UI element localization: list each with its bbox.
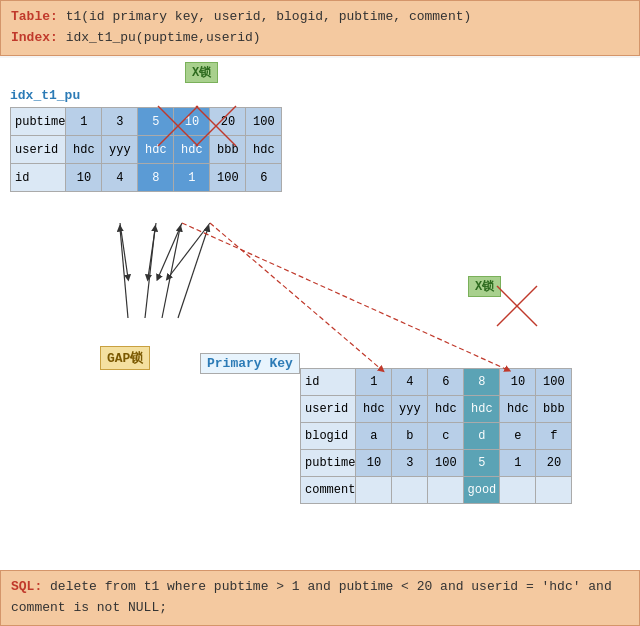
x-lock-primary: X锁 [468, 276, 501, 297]
pk-comment-3 [428, 477, 464, 504]
index-def: idx_t1_pu(puptime,userid) [66, 30, 261, 45]
sql-content: delete from t1 where pubtime > 1 and pub… [11, 579, 612, 615]
primary-table: id 1 4 6 8 10 100 userid hdc yyy hdc hdc… [300, 368, 572, 504]
id-3: 8 [138, 164, 174, 192]
id-5: 100 [210, 164, 246, 192]
pk-pubtime-4: 5 [464, 450, 500, 477]
pk-id-header: id [301, 369, 356, 396]
svg-line-8 [120, 228, 128, 318]
table-def: t1(id primary key, userid, blogid, pubti… [66, 9, 472, 24]
pk-comment-4: good [464, 477, 500, 504]
pk-blogid-1: a [356, 423, 392, 450]
bottom-sql-box: SQL: delete from t1 where pubtime > 1 an… [0, 570, 640, 626]
svg-line-5 [148, 223, 156, 278]
pk-userid-1: hdc [356, 396, 392, 423]
pk-userid-header: userid [301, 396, 356, 423]
diagram-area: X锁 idx_t1_pu pubtime 1 3 5 10 20 100 use… [0, 58, 640, 574]
userid-header: userid [11, 136, 66, 164]
top-info-box: Table: t1(id primary key, userid, blogid… [0, 0, 640, 56]
userid-6: hdc [246, 136, 282, 164]
svg-line-4 [120, 223, 128, 278]
pk-id-3: 6 [428, 369, 464, 396]
id-6: 6 [246, 164, 282, 192]
svg-line-13 [210, 223, 382, 370]
x-lock-index: X锁 [185, 62, 218, 83]
id-header: id [11, 164, 66, 192]
pk-userid-5: hdc [500, 396, 536, 423]
pk-row-blogid: blogid a b c d e f [301, 423, 572, 450]
id-1: 10 [66, 164, 102, 192]
pk-blogid-header: blogid [301, 423, 356, 450]
pk-userid-3: hdc [428, 396, 464, 423]
svg-line-12 [182, 223, 508, 370]
index-row-pubtime: pubtime 1 3 5 10 20 100 [11, 108, 282, 136]
pk-pubtime-header: pubtime [301, 450, 356, 477]
pk-row-id: id 1 4 6 8 10 100 [301, 369, 572, 396]
pk-blogid-2: b [392, 423, 428, 450]
pk-comment-6 [536, 477, 572, 504]
pk-id-2: 4 [392, 369, 428, 396]
index-row-userid: userid hdc yyy hdc hdc bbb hdc [11, 136, 282, 164]
index-row-id: id 10 4 8 1 100 6 [11, 164, 282, 192]
pk-comment-5 [500, 477, 536, 504]
pk-blogid-4: d [464, 423, 500, 450]
userid-3: hdc [138, 136, 174, 164]
pubtime-4: 10 [174, 108, 210, 136]
userid-5: bbb [210, 136, 246, 164]
index-grid: pubtime 1 3 5 10 20 100 userid hdc yyy h… [10, 107, 282, 192]
pk-pubtime-5: 1 [500, 450, 536, 477]
svg-line-10 [162, 228, 180, 318]
pk-row-comment: comment good [301, 477, 572, 504]
pubtime-3: 5 [138, 108, 174, 136]
pk-blogid-6: f [536, 423, 572, 450]
svg-line-9 [145, 228, 155, 318]
pk-pubtime-2: 3 [392, 450, 428, 477]
pk-comment-1 [356, 477, 392, 504]
table-label: Table: [11, 9, 58, 24]
pk-id-5: 10 [500, 369, 536, 396]
svg-line-7 [168, 223, 210, 278]
pubtime-6: 100 [246, 108, 282, 136]
index-label: Index: [11, 30, 58, 45]
pk-id-6: 100 [536, 369, 572, 396]
pk-id-4: 8 [464, 369, 500, 396]
primary-grid: id 1 4 6 8 10 100 userid hdc yyy hdc hdc… [300, 368, 572, 504]
userid-2: yyy [102, 136, 138, 164]
pk-blogid-3: c [428, 423, 464, 450]
pubtime-5: 20 [210, 108, 246, 136]
pk-id-1: 1 [356, 369, 392, 396]
id-4: 1 [174, 164, 210, 192]
id-2: 4 [102, 164, 138, 192]
pk-pubtime-1: 10 [356, 450, 392, 477]
gap-lock-label: GAP锁 [100, 346, 150, 370]
pk-userid-2: yyy [392, 396, 428, 423]
pk-row-pubtime: pubtime 10 3 100 5 1 20 [301, 450, 572, 477]
userid-4: hdc [174, 136, 210, 164]
pubtime-header: pubtime [11, 108, 66, 136]
svg-line-14 [497, 286, 537, 326]
svg-line-6 [158, 223, 182, 278]
svg-line-15 [497, 286, 537, 326]
pk-userid-6: bbb [536, 396, 572, 423]
sql-label: SQL: [11, 579, 42, 594]
userid-1: hdc [66, 136, 102, 164]
svg-line-11 [178, 228, 208, 318]
pk-pubtime-3: 100 [428, 450, 464, 477]
pubtime-1: 1 [66, 108, 102, 136]
index-table-label: idx_t1_pu [10, 88, 282, 103]
pk-comment-header: comment [301, 477, 356, 504]
primary-key-label: Primary Key [200, 353, 300, 374]
pubtime-2: 3 [102, 108, 138, 136]
pk-blogid-5: e [500, 423, 536, 450]
pk-userid-4: hdc [464, 396, 500, 423]
pk-pubtime-6: 20 [536, 450, 572, 477]
pk-comment-2 [392, 477, 428, 504]
index-table: idx_t1_pu pubtime 1 3 5 10 20 100 userid… [10, 88, 282, 192]
pk-row-userid: userid hdc yyy hdc hdc hdc bbb [301, 396, 572, 423]
